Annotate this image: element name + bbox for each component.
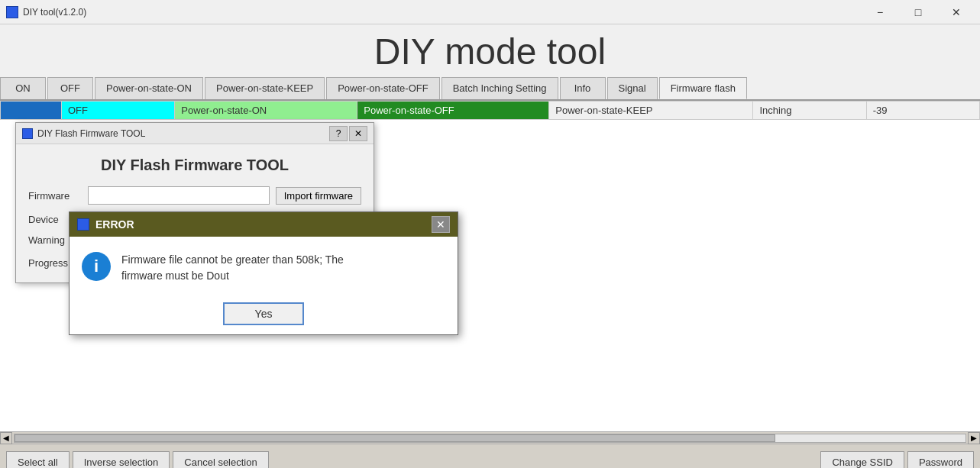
- error-message-line1: Firmware file cannot be greater than 508…: [121, 252, 344, 268]
- side-bar-cell: [1, 102, 62, 120]
- tab-batch-inching[interactable]: Batch Inching Setting: [441, 77, 558, 99]
- cell-value: -39: [866, 102, 979, 120]
- error-title-text: ERROR: [95, 218, 425, 231]
- cancel-selection-button[interactable]: Cancel selection: [173, 451, 268, 468]
- error-footer: Yes: [70, 296, 458, 334]
- scroll-track[interactable]: [14, 434, 966, 443]
- password-button[interactable]: Password: [907, 451, 974, 468]
- device-table: OFF Power-on-state-ON Power-on-state-OFF…: [0, 101, 980, 120]
- tab-bar: ON OFF Power-on-state-ON Power-on-state-…: [0, 77, 980, 101]
- firmware-dialog-help-btn[interactable]: ?: [329, 126, 348, 141]
- import-firmware-button[interactable]: Import firmware: [276, 187, 361, 205]
- cell-power-on: Power-on-state-ON: [175, 102, 357, 120]
- scroll-right-arrow[interactable]: ▶: [968, 432, 980, 444]
- cell-power-keep: Power-on-state-KEEP: [549, 102, 753, 120]
- tab-power-on-state-keep[interactable]: Power-on-state-KEEP: [205, 77, 325, 99]
- tab-power-on-state-on[interactable]: Power-on-state-ON: [95, 77, 203, 99]
- error-icon-small: [77, 218, 89, 231]
- error-message-line2: firmware must be Dout: [121, 268, 344, 284]
- error-yes-button[interactable]: Yes: [223, 302, 305, 325]
- firmware-dialog-controls: ? ✕: [329, 126, 367, 141]
- content-area: OFF Power-on-state-ON Power-on-state-OFF…: [0, 101, 980, 468]
- firmware-dialog-title-text: DIY Flash Firmware TOOL: [37, 128, 329, 139]
- tab-power-on-state-off[interactable]: Power-on-state-OFF: [326, 77, 439, 99]
- cell-off: OFF: [62, 102, 175, 120]
- app-title: DIY mode tool: [0, 24, 980, 77]
- title-bar-text: DIY tool(v1.2.0): [23, 7, 862, 18]
- minimize-button[interactable]: −: [862, 2, 898, 23]
- change-ssid-button[interactable]: Change SSID: [820, 451, 904, 468]
- firmware-dialog-close-btn[interactable]: ✕: [349, 126, 367, 141]
- tab-info[interactable]: Info: [560, 77, 606, 99]
- error-close-button[interactable]: ✕: [432, 216, 450, 233]
- maximize-button[interactable]: □: [901, 2, 936, 23]
- scroll-thumb[interactable]: [15, 434, 775, 442]
- table-row: OFF Power-on-state-ON Power-on-state-OFF…: [1, 102, 980, 120]
- firmware-dialog-heading: DIY Flash Firmware TOOL: [28, 157, 361, 174]
- close-button[interactable]: ✕: [939, 2, 974, 23]
- cell-power-off: Power-on-state-OFF: [357, 102, 549, 120]
- horizontal-scrollbar[interactable]: ◀ ▶: [0, 431, 980, 444]
- title-bar: DIY tool(v1.2.0) − □ ✕: [0, 0, 980, 24]
- error-message-text: Firmware file cannot be greater than 508…: [121, 252, 344, 284]
- tab-firmware-flash[interactable]: Firmware flash: [659, 77, 747, 99]
- firmware-input-row: Firmware Import firmware: [28, 186, 361, 205]
- firmware-label: Firmware: [28, 190, 82, 202]
- scroll-left-arrow[interactable]: ◀: [0, 432, 12, 444]
- select-all-button[interactable]: Select all: [6, 451, 70, 468]
- firmware-dialog-titlebar: DIY Flash Firmware TOOL ? ✕: [16, 123, 374, 144]
- window-controls: − □ ✕: [862, 2, 974, 23]
- inverse-selection-button[interactable]: Inverse selection: [73, 451, 170, 468]
- bottom-right-buttons: Change SSID Password: [820, 451, 974, 468]
- tab-signal[interactable]: Signal: [607, 77, 658, 99]
- app-body: DIY mode tool ON OFF Power-on-state-ON P…: [0, 24, 980, 468]
- error-dialog: ERROR ✕ i Firmware file cannot be greate…: [69, 211, 458, 335]
- cell-inching: Inching: [753, 102, 866, 120]
- firmware-dialog-icon: [22, 128, 33, 139]
- tab-off[interactable]: OFF: [47, 77, 93, 99]
- bottom-bar: Select all Inverse selection Cancel sele…: [0, 444, 980, 468]
- error-body: i Firmware file cannot be greater than 5…: [70, 237, 458, 296]
- error-titlebar: ERROR ✕: [70, 212, 458, 237]
- info-circle-icon: i: [82, 252, 111, 281]
- tab-on[interactable]: ON: [0, 77, 46, 99]
- firmware-file-input[interactable]: [88, 186, 270, 205]
- app-icon: [6, 6, 18, 18]
